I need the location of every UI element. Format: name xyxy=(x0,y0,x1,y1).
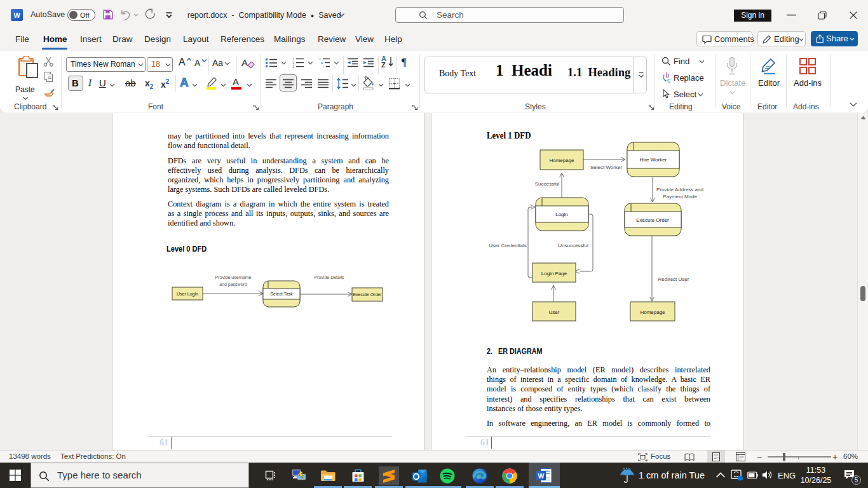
svg-text:Homepage: Homepage xyxy=(640,309,665,315)
svg-text:3: 3 xyxy=(292,65,294,69)
svg-text:Select Worker: Select Worker xyxy=(590,165,622,170)
svg-text:Successful: Successful xyxy=(535,181,560,187)
svg-text:Provide Address and: Provide Address and xyxy=(656,187,703,193)
svg-text:Execute Order: Execute Order xyxy=(636,217,669,223)
svg-text:Login Page: Login Page xyxy=(541,271,567,276)
svg-text:W: W xyxy=(538,472,545,480)
svg-text:Hire Worker: Hire Worker xyxy=(640,157,667,163)
svg-text:Select Task: Select Task xyxy=(270,292,293,296)
svg-text:Payment Mode: Payment Mode xyxy=(663,194,697,200)
svg-text:c: c xyxy=(667,77,670,84)
svg-text:i: i xyxy=(323,65,323,69)
svg-text:User Credentials: User Credentials xyxy=(489,243,527,248)
svg-text:and password: and password xyxy=(219,282,247,287)
svg-text:Execute Order: Execute Order xyxy=(353,292,382,297)
svg-text:Unsuccessful: Unsuccessful xyxy=(558,243,588,248)
svg-text:Login: Login xyxy=(555,212,568,217)
svg-text:User Login: User Login xyxy=(177,292,198,297)
svg-text:W: W xyxy=(13,11,20,19)
svg-text:User: User xyxy=(549,309,560,315)
svg-text:Redirect User: Redirect User xyxy=(658,276,689,282)
svg-text:Provide Details: Provide Details xyxy=(314,275,344,280)
svg-text:Provide username: Provide username xyxy=(215,275,252,280)
svg-text:Homepage: Homepage xyxy=(549,158,574,163)
